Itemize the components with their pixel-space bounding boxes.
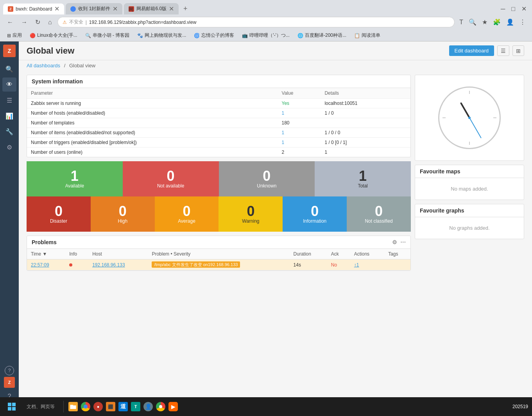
status-high[interactable]: 0 High [91,196,155,232]
taskbar-icon-video[interactable]: ▶ [168,402,178,407]
taskbar-icon-avatar[interactable]: 👤 [143,402,153,407]
problems-more-icon[interactable]: ⋯ [400,239,406,245]
tab-close-email[interactable]: ✕ [113,6,118,12]
problems-col-host: Host [88,249,148,259]
taskbar-icon-explorer[interactable] [68,402,78,407]
extensions-icon[interactable]: 🧩 [491,17,502,27]
problem-time[interactable]: 22:57:09 [31,262,49,268]
status-warning[interactable]: 0 Warning [219,196,283,232]
table-row: Number of templates 180 [27,118,410,128]
url-text: 192.168.96.129/zabbix.php?action=dashboa… [89,20,450,25]
taskbar-search[interactable]: 文档、网页等 [23,402,59,407]
tab-close-zabbix[interactable]: ✕ [54,6,59,12]
problems-col-ack: Ack [327,249,350,259]
chrome-center [84,405,88,407]
bookmark-reading[interactable]: 📋 阅读清单 [352,31,383,40]
problems-settings-icon[interactable]: ⚙ [392,239,397,245]
close-window-button[interactable]: ✕ [519,4,529,13]
system-info-panel: System information Parameter Value Detai… [27,75,411,157]
sidebar-item-config[interactable]: 🔧 [2,124,16,139]
info-dot [69,263,72,267]
tab-email[interactable]: 收到 1封新邮件 ✕ [66,3,122,14]
view-list-icon[interactable]: ☰ [497,45,509,56]
bookmark-blog[interactable]: 🔍 串微小胡 - 博客园 [83,31,132,40]
status-not-classified-count: 0 [375,204,383,218]
system-info-table: Parameter Value Details Zabbix server is… [27,88,410,157]
sidebar-item-reports[interactable]: 📊 [2,109,16,123]
status-grid-row1: 1 Available 0 Not available 0 Unknown [27,161,411,196]
orange-icon-label: ⬛ [108,404,113,407]
bookmark-shop[interactable]: 🐾 网上购物现状与发... [135,31,188,40]
system-info-title: System information [32,78,83,85]
problem-duration: 14s [290,259,327,270]
bookmark-apps[interactable]: ⊞ 应用 [5,31,24,40]
status-unknown[interactable]: 0 Unknown [219,161,315,196]
taskbar-icon-red[interactable]: ● [93,402,103,407]
sys-param-1: Number of hosts (enabled/disabled) [27,108,278,118]
sidebar-item-search[interactable]: 🔍 [2,62,16,76]
problems-col-problem: Problem • Severity [148,249,289,259]
url-box[interactable]: ⚠ 不安全 | 192.168.96.129/zabbix.php?action… [57,17,455,27]
avatar-icon: 👤 [145,403,152,407]
sidebar-item-zabbix[interactable]: Z [4,377,15,388]
tab-label-netease: 网易邮箱6.0版 [136,5,167,12]
sidebar-logo: Z [3,45,16,57]
bookmark-translate[interactable]: 🌐 百度翻译-200种语... [295,31,349,40]
tab-netease[interactable]: 网 网易邮箱6.0版 ✕ [124,3,179,14]
new-tab-button[interactable]: + [180,3,191,14]
status-disaster-label: Disaster [50,218,67,224]
status-total[interactable]: 1 Total [315,161,411,196]
bookmark-bilibili[interactable]: 📺 哔哩哔哩（'-'）つ... [240,31,292,40]
status-available[interactable]: 1 Available [27,161,123,196]
taskbar-icon-chrome[interactable] [81,402,90,407]
profile-icon[interactable]: 👤 [505,17,516,27]
sys-details-1: 1 / 0 [321,108,410,118]
taskbar-icon-orange[interactable]: ⬛ [106,402,115,407]
left-column: System information Parameter Value Detai… [27,75,411,312]
status-not-classified[interactable]: 0 Not classified [347,196,411,232]
breadcrumb-current: Global view [69,63,95,68]
sys-value-3[interactable]: 1 [282,130,285,135]
view-grid-icon[interactable]: ⊞ [512,45,524,56]
status-information[interactable]: 0 Information [283,196,347,232]
sys-value-4[interactable]: 1 [282,140,285,145]
problem-description[interactable]: /tmp/abc 文件发生了改变 on192.168.96.133 [152,261,240,268]
status-high-label: High [118,218,127,224]
translate-icon[interactable]: T [458,17,465,27]
address-bar: ← → ↻ ⌂ ⚠ 不安全 | 192.168.96.129/zabbix.ph… [0,14,532,30]
taskbar-icon-chrome2[interactable] [156,402,165,407]
bookmark-gongzi[interactable]: 🌀 忘情公子的博客 [192,31,236,40]
sidebar-item-list[interactable]: ☰ [2,93,16,107]
status-not-available[interactable]: 0 Not available [123,161,219,196]
bookmark-linux[interactable]: 🔴 Linux命令大全(手... [27,31,80,40]
status-disaster[interactable]: 0 Disaster [27,196,91,232]
sidebar-item-monitoring[interactable]: 👁 [2,77,16,92]
minimize-button[interactable]: ─ [498,4,507,13]
status-average[interactable]: 0 Average [155,196,219,232]
tab-close-netease[interactable]: ✕ [169,6,174,12]
home-button[interactable]: ⌂ [46,18,54,27]
start-button[interactable] [4,401,20,407]
problem-host[interactable]: 192.168.96.133 [92,262,125,268]
fav-graphs-empty: No graphs added. [415,217,524,239]
maximize-button[interactable]: □ [509,4,518,13]
sys-value-1[interactable]: 1 [282,110,285,116]
star-icon[interactable]: ★ [480,17,489,27]
breadcrumb-parent[interactable]: All dashboards [27,63,60,68]
problem-actions[interactable]: ↕1 [354,262,359,268]
reload-button[interactable]: ↻ [33,18,43,27]
sidebar-item-help[interactable]: ? [5,366,14,375]
search-icon[interactable]: 🔍 [467,17,478,27]
sys-details-3: 1 / 0 / 0 [321,128,410,138]
sidebar-item-admin[interactable]: ⚙ [2,140,16,154]
sys-value-2: 180 [278,118,321,128]
tab-zabbix[interactable]: Z bwxh: Dashboard ✕ [3,4,64,14]
forward-button[interactable]: → [19,18,30,27]
edit-dashboard-button[interactable]: Edit dashboard [449,45,494,56]
back-button[interactable]: ← [5,18,16,27]
menu-icon[interactable]: ⋮ [518,17,527,27]
taskbar-icon-teal[interactable]: T [131,402,140,407]
sys-details-2 [321,118,410,128]
teal-icon-label: T [134,404,137,407]
taskbar-icon-blue[interactable]: 道 [118,402,128,407]
